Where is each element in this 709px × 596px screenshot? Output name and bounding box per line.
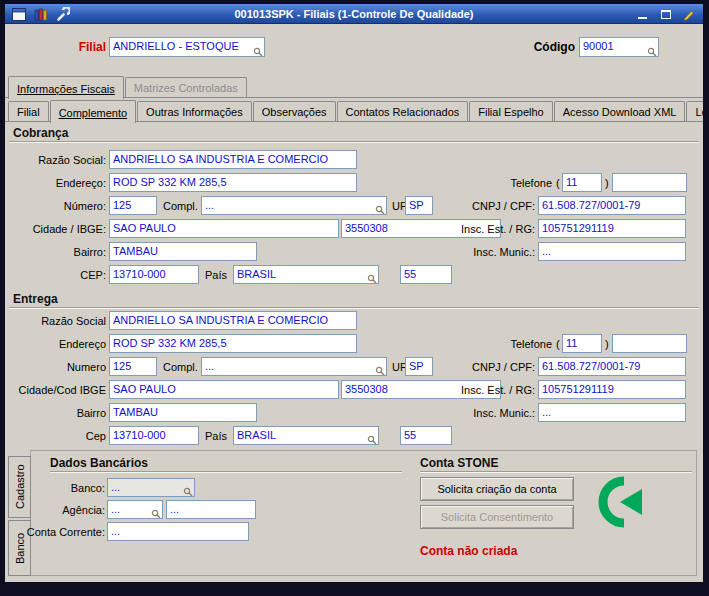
minimize-icon <box>638 17 647 19</box>
books-icon[interactable] <box>32 7 49 21</box>
solicita-criacao-conta-button[interactable]: Solicita criação da conta <box>420 477 574 501</box>
cobranca-compl-label: Compl. <box>163 199 198 213</box>
cobranca-telefone-ddd-input[interactable]: 11 <box>562 173 602 192</box>
banco-input[interactable]: ... <box>107 478 195 497</box>
entrega-compl-label: Compl. <box>163 360 198 374</box>
edit-pencil-icon <box>682 8 695 21</box>
wrench-icon[interactable] <box>54 7 71 21</box>
agencia-digito-input[interactable]: ... <box>166 500 256 519</box>
lookup-magnifier-icon[interactable] <box>647 45 657 56</box>
section-title-entrega: Entrega <box>13 292 58 306</box>
lookup-magnifier-icon[interactable] <box>367 272 377 283</box>
cobranca-pais-label: País <box>205 268 227 282</box>
agencia-input[interactable]: ... <box>107 500 163 519</box>
tab-log[interactable]: Log <box>686 101 703 121</box>
codigo-value: 90001 <box>583 40 614 52</box>
cobranca-cidade-input[interactable]: SAO PAULO <box>109 219 339 238</box>
entrega-insc-mun-input[interactable]: ... <box>538 403 686 422</box>
tab-informacoes-fiscais[interactable]: Informações Fiscais <box>8 76 124 99</box>
conta-corrente-input[interactable]: ... <box>107 522 249 541</box>
entrega-numero-input[interactable]: 125 <box>109 357 157 376</box>
entrega-cep-input[interactable]: 13710-000 <box>109 426 199 445</box>
titlebar: 001013SPK - Filiais (1-Controle De Quali… <box>5 4 703 24</box>
banco-label: Banco: <box>15 481 105 495</box>
tab-complemento[interactable]: Complemento <box>50 100 136 123</box>
tab-filial[interactable]: Filial <box>8 101 49 121</box>
solicita-consentimento-button[interactable]: Solicita Consentimento <box>420 505 574 529</box>
entrega-bairro-label: Bairro <box>7 406 106 420</box>
entrega-razao-social-input[interactable]: ANDRIELLO SA INDUSTRIA E COMERCIO <box>109 311 357 330</box>
paren-open: ( <box>556 337 560 351</box>
entrega-cidade-input[interactable]: SAO PAULO <box>109 380 339 399</box>
cobranca-telefone-label: Telefone <box>460 176 552 190</box>
entrega-pais-codigo-input[interactable]: 55 <box>400 426 452 445</box>
lookup-magnifier-icon[interactable] <box>375 364 385 375</box>
entrega-telefone-ddd-input[interactable]: 11 <box>562 334 602 353</box>
cobranca-numero-input[interactable]: 125 <box>109 196 157 215</box>
paren-open: ( <box>556 176 560 190</box>
tab-outras-informacoes[interactable]: Outras Informações <box>137 101 252 121</box>
lookup-magnifier-icon[interactable] <box>253 45 263 56</box>
divider <box>50 471 402 473</box>
conta-status-text: Conta não criada <box>420 544 517 558</box>
cobranca-cnpj-label: CNPJ / CPF: <box>425 199 535 213</box>
cobranca-pais-codigo-input[interactable]: 55 <box>400 265 452 284</box>
entrega-compl-input[interactable]: ... <box>201 357 387 376</box>
edit-button[interactable] <box>681 7 696 21</box>
maximize-button[interactable] <box>658 7 673 21</box>
minimize-button[interactable] <box>635 7 650 21</box>
cobranca-insc-est-label: Insc. Est. / RG: <box>425 222 535 236</box>
cobranca-insc-est-input[interactable]: 105751291119 <box>538 219 686 238</box>
maximize-icon <box>661 10 671 19</box>
tab-matrizes-controladas[interactable]: Matrizes Controladas <box>125 77 247 97</box>
outer-tabstrip: Informações Fiscais Matrizes Controladas <box>8 76 248 97</box>
cobranca-pais-input[interactable]: BRASIL <box>233 265 379 284</box>
filial-label: Filial <box>35 40 106 54</box>
cobranca-telefone-numero-input[interactable] <box>612 173 687 192</box>
entrega-endereco-label: Endereço <box>7 337 106 351</box>
entrega-cnpj-input[interactable]: 61.508.727/0001-79 <box>538 357 686 376</box>
section-title-conta-stone: Conta STONE <box>420 456 498 470</box>
section-title-dados-bancarios: Dados Bancários <box>50 456 148 470</box>
cobranca-cnpj-input[interactable]: 61.508.727/0001-79 <box>538 196 686 215</box>
entrega-endereco-input[interactable]: ROD SP 332 KM 285,5 <box>109 334 357 353</box>
entrega-telefone-numero-input[interactable] <box>612 334 687 353</box>
lookup-magnifier-icon[interactable] <box>367 433 377 444</box>
tab-contatos-relacionados[interactable]: Contatos Relacionados <box>337 101 469 121</box>
entrega-pais-label: País <box>205 429 227 443</box>
tab-filial-espelho[interactable]: Filial Espelho <box>469 101 552 121</box>
entrega-pais-input[interactable]: BRASIL <box>233 426 379 445</box>
divider <box>9 141 699 143</box>
tab-acesso-download-xml[interactable]: Acesso Download XML <box>554 101 686 121</box>
titlebar-controls <box>635 7 696 21</box>
tab-observacoes[interactable]: Observações <box>253 101 336 121</box>
filial-input[interactable]: ANDRIELLO - ESTOQUE <box>109 37 265 57</box>
cobranca-endereco-label: Endereço: <box>7 176 106 190</box>
cobranca-insc-mun-input[interactable]: ... <box>538 242 686 261</box>
cobranca-razao-social-label: Razão Social: <box>7 153 106 167</box>
entrega-cnpj-label: CNPJ / CPF: <box>425 360 535 374</box>
entrega-insc-est-input[interactable]: 105751291119 <box>538 380 686 399</box>
cobranca-bairro-input[interactable]: TAMBAU <box>109 242 257 261</box>
codigo-label: Código <box>493 40 575 54</box>
cobranca-cep-input[interactable]: 13710-000 <box>109 265 199 284</box>
codigo-input[interactable]: 90001 <box>579 37 659 57</box>
titlebar-icons <box>10 7 76 21</box>
lookup-magnifier-icon[interactable] <box>375 203 385 214</box>
agencia-label: Agência: <box>15 503 105 517</box>
cobranca-endereco-input[interactable]: ROD SP 332 KM 285,5 <box>109 173 357 192</box>
cobranca-bairro-label: Bairro: <box>7 245 106 259</box>
cobranca-compl-input[interactable]: ... <box>201 196 387 215</box>
cobranca-cep-label: CEP: <box>7 268 106 282</box>
app-window: 001013SPK - Filiais (1-Controle De Quali… <box>5 4 703 582</box>
lookup-magnifier-icon[interactable] <box>183 485 193 496</box>
cobranca-razao-social-input[interactable]: ANDRIELLO SA INDUSTRIA E COMERCIO <box>109 150 357 169</box>
entrega-telefone-label: Telefone <box>460 337 552 351</box>
lookup-magnifier-icon[interactable] <box>151 507 161 518</box>
divider <box>9 307 699 309</box>
entrega-cidade-label: Cidade/Cod IBGE <box>7 383 106 397</box>
filial-value: ANDRIELLO - ESTOQUE <box>113 40 239 52</box>
entrega-bairro-input[interactable]: TAMBAU <box>109 403 257 422</box>
paren-close: ) <box>605 337 609 351</box>
form-icon[interactable] <box>10 7 27 21</box>
